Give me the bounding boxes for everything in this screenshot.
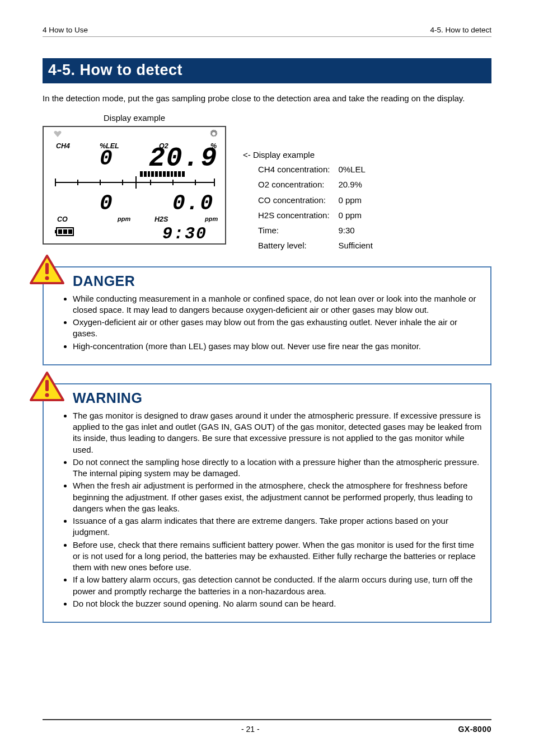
battery-icon: [55, 227, 76, 237]
co-label: CO: [57, 215, 68, 223]
list-item: Oxygen-deficient air or other gases may …: [73, 317, 483, 340]
warning-list: The gas monitor is designed to draw gase…: [51, 410, 483, 609]
svg-rect-7: [45, 263, 49, 274]
legend-label: O2 concentration:: [257, 177, 336, 191]
legend-value: Sufficient: [338, 238, 379, 252]
list-item: Before use, check that there remains suf…: [73, 539, 483, 574]
list-item: The gas monitor is designed to draw gase…: [73, 410, 483, 456]
header-left: 4 How to Use: [43, 26, 88, 34]
header-right: 4-5. How to detect: [430, 26, 491, 34]
display-caption: Display example: [43, 113, 226, 123]
danger-list: While conducting measurement in a manhol…: [51, 293, 483, 352]
warning-box: WARNING The gas monitor is designed to d…: [43, 383, 491, 623]
warning-heading: WARNING: [73, 384, 142, 406]
svg-rect-3: [58, 229, 62, 234]
h2s-value: 0.0: [172, 193, 214, 214]
list-item: Do not connect the sampling hose directl…: [73, 457, 483, 480]
h2s-unit: ppm: [205, 215, 218, 222]
co-unit: ppm: [118, 215, 130, 222]
legend-label: H2S concentration:: [257, 208, 336, 222]
legend-value: 9:30: [338, 223, 379, 237]
co-value: 0: [100, 193, 114, 214]
svg-point-8: [45, 276, 49, 280]
svg-rect-2: [55, 230, 57, 233]
list-item: When the fresh air adjustment is perform…: [73, 480, 483, 514]
legend-value: 20.9%: [338, 177, 379, 191]
legend-prefix: <- Display example: [243, 148, 381, 161]
model-name: GX-8000: [458, 725, 491, 734]
svg-rect-5: [68, 229, 72, 234]
list-item: High-concentration (more than LEL) gases…: [73, 341, 483, 352]
danger-box: DANGER While conducting measurement in a…: [43, 266, 491, 365]
danger-heading: DANGER: [73, 267, 135, 289]
list-item: Issuance of a gas alarm indicates that t…: [73, 515, 483, 538]
legend-label: CO concentration:: [257, 193, 336, 207]
page-footer: - 21 - GX-8000: [43, 719, 491, 734]
bar-scale: [140, 171, 185, 177]
heart-icon: [54, 130, 62, 137]
h2s-label: H2S: [154, 215, 168, 223]
legend-label: Time:: [257, 223, 336, 237]
page-number: - 21 -: [241, 725, 260, 734]
hazard-triangle-icon: [29, 254, 65, 285]
hazard-triangle-icon: [29, 371, 65, 402]
time-value: 9:30: [162, 226, 207, 242]
legend-label: Battery level:: [257, 238, 336, 252]
list-item: Do not block the buzzer sound opening. N…: [73, 598, 483, 609]
svg-rect-10: [45, 380, 49, 391]
section-heading: 4-5. How to detect: [43, 58, 491, 83]
svg-rect-4: [63, 229, 67, 234]
legend-value: 0 ppm: [338, 193, 379, 207]
page-header: 4 How to Use 4-5. How to detect: [43, 26, 491, 37]
display-panel: CH4 %LEL O2 % 0 20.9: [43, 126, 226, 245]
intro-paragraph: In the detection mode, put the gas sampl…: [43, 92, 491, 105]
legend-label: CH4 concentration:: [257, 162, 336, 176]
list-item: While conducting measurement in a manhol…: [73, 293, 483, 316]
o2-value: 20.9: [149, 145, 218, 172]
ch4-value: 0: [100, 148, 114, 170]
svg-point-0: [212, 132, 216, 135]
legend-value: 0%LEL: [338, 162, 379, 176]
gear-icon: [209, 129, 218, 138]
ch4-label: CH4: [56, 142, 70, 150]
svg-point-11: [45, 393, 49, 397]
list-item: If a low battery alarm occurs, gas detec…: [73, 574, 483, 597]
display-legend: <- Display example CH4 concentration:0%L…: [243, 148, 381, 254]
legend-value: 0 ppm: [338, 208, 379, 222]
